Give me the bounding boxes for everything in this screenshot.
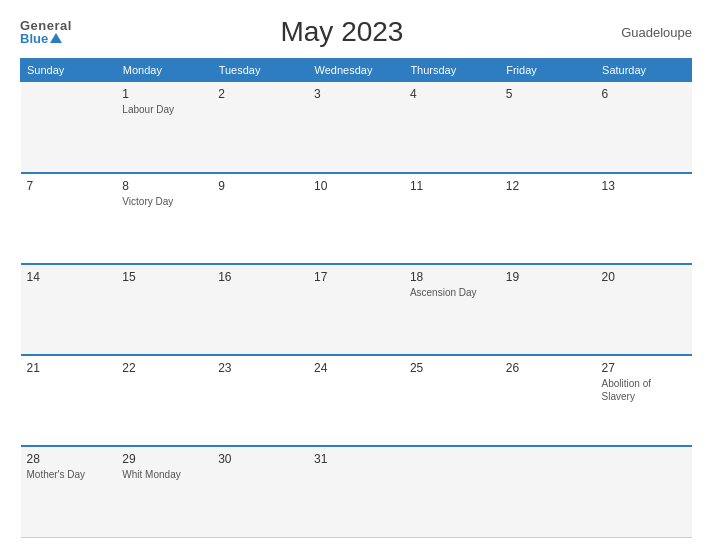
day-number: 7 [27,179,111,193]
day-number: 11 [410,179,494,193]
calendar-week-row: 1Labour Day23456 [21,82,692,173]
calendar-cell [21,82,117,173]
calendar-cell: 29Whit Monday [116,446,212,537]
day-number: 31 [314,452,398,466]
day-number: 20 [602,270,686,284]
day-number: 22 [122,361,206,375]
calendar-cell: 17 [308,264,404,355]
day-headers-row: Sunday Monday Tuesday Wednesday Thursday… [21,59,692,82]
holiday-name: Mother's Day [27,468,111,481]
day-number: 24 [314,361,398,375]
holiday-name: Labour Day [122,103,206,116]
calendar-cell: 21 [21,355,117,446]
day-number: 29 [122,452,206,466]
holiday-name: Ascension Day [410,286,494,299]
day-number: 13 [602,179,686,193]
calendar-week-row: 78Victory Day910111213 [21,173,692,264]
day-number: 14 [27,270,111,284]
calendar-cell: 20 [596,264,692,355]
calendar-cell: 5 [500,82,596,173]
day-number: 9 [218,179,302,193]
calendar-week-row: 28Mother's Day29Whit Monday3031 [21,446,692,537]
calendar-cell: 4 [404,82,500,173]
calendar-cell: 13 [596,173,692,264]
calendar-cell [596,446,692,537]
day-number: 8 [122,179,206,193]
calendar-cell [404,446,500,537]
calendar-cell: 27Abolition of Slavery [596,355,692,446]
calendar-cell: 24 [308,355,404,446]
holiday-name: Victory Day [122,195,206,208]
calendar-cell: 30 [212,446,308,537]
header-thursday: Thursday [404,59,500,82]
calendar-table: Sunday Monday Tuesday Wednesday Thursday… [20,58,692,538]
calendar-week-row: 1415161718Ascension Day1920 [21,264,692,355]
calendar-cell: 9 [212,173,308,264]
day-number: 15 [122,270,206,284]
logo-blue-text: Blue [20,32,62,45]
day-number: 26 [506,361,590,375]
header-saturday: Saturday [596,59,692,82]
day-number: 19 [506,270,590,284]
day-number: 27 [602,361,686,375]
holiday-name: Whit Monday [122,468,206,481]
day-number: 17 [314,270,398,284]
calendar-week-row: 21222324252627Abolition of Slavery [21,355,692,446]
calendar-title: May 2023 [72,16,612,48]
calendar-cell: 7 [21,173,117,264]
day-number: 5 [506,87,590,101]
day-number: 1 [122,87,206,101]
calendar-cell: 14 [21,264,117,355]
calendar-page: General Blue May 2023 Guadeloupe Sunday … [0,0,712,550]
day-number: 3 [314,87,398,101]
day-number: 12 [506,179,590,193]
calendar-cell: 31 [308,446,404,537]
logo: General Blue [20,19,72,45]
calendar-cell: 8Victory Day [116,173,212,264]
logo-triangle-icon [50,33,62,43]
day-number: 6 [602,87,686,101]
header-friday: Friday [500,59,596,82]
calendar-cell: 6 [596,82,692,173]
calendar-cell [500,446,596,537]
country-label: Guadeloupe [612,25,692,40]
header: General Blue May 2023 Guadeloupe [20,16,692,48]
day-number: 2 [218,87,302,101]
header-tuesday: Tuesday [212,59,308,82]
day-number: 30 [218,452,302,466]
day-number: 10 [314,179,398,193]
calendar-cell: 23 [212,355,308,446]
day-number: 28 [27,452,111,466]
calendar-cell: 2 [212,82,308,173]
header-monday: Monday [116,59,212,82]
day-number: 25 [410,361,494,375]
calendar-cell: 15 [116,264,212,355]
calendar-cell: 12 [500,173,596,264]
calendar-cell: 16 [212,264,308,355]
calendar-cell: 28Mother's Day [21,446,117,537]
calendar-cell: 3 [308,82,404,173]
calendar-cell: 19 [500,264,596,355]
day-number: 4 [410,87,494,101]
day-number: 23 [218,361,302,375]
day-number: 16 [218,270,302,284]
calendar-cell: 25 [404,355,500,446]
calendar-cell: 22 [116,355,212,446]
holiday-name: Abolition of Slavery [602,377,686,403]
calendar-cell: 1Labour Day [116,82,212,173]
header-wednesday: Wednesday [308,59,404,82]
day-number: 18 [410,270,494,284]
calendar-cell: 11 [404,173,500,264]
calendar-cell: 18Ascension Day [404,264,500,355]
day-number: 21 [27,361,111,375]
calendar-cell: 10 [308,173,404,264]
header-sunday: Sunday [21,59,117,82]
calendar-cell: 26 [500,355,596,446]
